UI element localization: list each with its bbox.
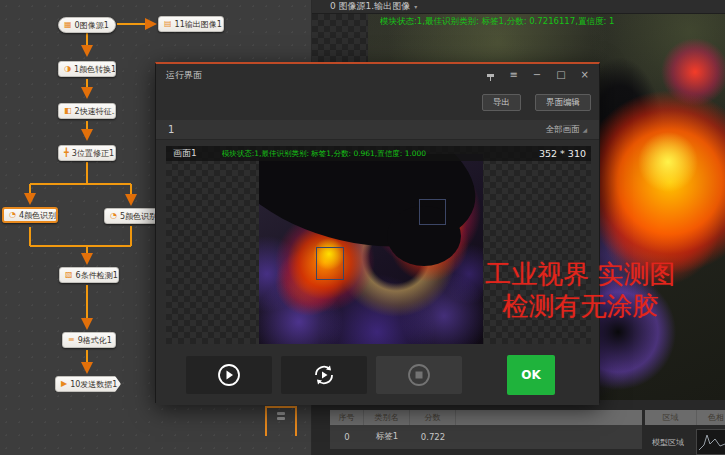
node-label: 4颜色识别1: [19, 210, 58, 221]
partially-hidden-node[interactable]: [265, 406, 297, 436]
close-icon[interactable]: ×: [581, 70, 589, 80]
stop-button: [376, 356, 462, 394]
node-label: 6条件检测1: [76, 270, 118, 281]
region-panel-header: 区域 色相: [645, 410, 725, 425]
region-row[interactable]: 模型区域: [645, 428, 725, 455]
image-resolution: 352 * 310: [539, 148, 591, 159]
image-source-icon: ▦: [64, 21, 72, 29]
dialog-status-text: 模块状态:1,最佳识别类别: 标签1,分数: 0.961,置信度: 1.000: [222, 149, 426, 159]
node-fast-feature[interactable]: ◧ 2快速特征...: [58, 103, 116, 119]
maximize-icon[interactable]: □: [556, 70, 565, 80]
all-views-button[interactable]: 全部画面 ◢: [545, 124, 587, 136]
run-continuous-button[interactable]: [281, 356, 367, 394]
node-condition-detect[interactable]: ▧ 6条件检测1: [59, 267, 119, 283]
node-label: 10发送数据1: [70, 379, 117, 390]
node-label: 9格式化1: [78, 335, 112, 346]
color-recognize-icon: ◔: [9, 211, 16, 219]
node-position-fix[interactable]: ╋ 3位置修正1: [58, 145, 116, 161]
node-label: 2快速特征...: [75, 106, 116, 117]
all-views-label: 全部画面: [545, 124, 579, 136]
menu-icon[interactable]: ≡: [509, 70, 517, 80]
condition-detect-icon: ▧: [65, 271, 73, 279]
pin-icon[interactable]: [487, 74, 494, 77]
histogram-thumbnail: [696, 429, 725, 455]
color-recognize-icon: ◔: [110, 212, 117, 220]
histogram-curve: [697, 430, 725, 454]
watermark-text: 工业视界 实测图 检测有无涂胶: [448, 258, 713, 322]
header-class-name: 类别名: [364, 410, 410, 425]
dialog-titlebar[interactable]: 运行界面 ≡ − □ ×: [156, 64, 599, 86]
node-color-recognize-2[interactable]: ◔ 5颜色识别2: [104, 208, 160, 224]
node-label: 5颜色识别2: [120, 211, 160, 222]
color-convert-icon: ◑: [64, 65, 71, 73]
app-window: ▦ 0图像源1 ▤ 11输出图像1 ◑ 1颜色转换1 ◧ 2快速特征... ╋ …: [0, 0, 725, 455]
node-color-recognize-1[interactable]: ◔ 4颜色识别1: [2, 207, 58, 223]
cell-score: 0.722: [410, 425, 456, 449]
node-image-source[interactable]: ▦ 0图像源1: [58, 17, 116, 33]
node-label: 0图像源1: [75, 20, 109, 31]
node-label: 1颜色转换1: [74, 64, 116, 75]
image-source-selector-label: 0 图像源1.输出图像: [330, 0, 410, 13]
header-score: 分数: [410, 410, 456, 425]
play-icon: [216, 362, 242, 388]
node-send-data[interactable]: ▶ 10发送数据1: [55, 376, 121, 392]
node-format[interactable]: ≡ 9格式化1: [62, 332, 116, 348]
header-hue: 色相: [697, 410, 725, 425]
table-row[interactable]: 0 标签1 0.722: [330, 425, 642, 449]
expand-corner-icon: ◢: [582, 126, 587, 133]
image-source-selector[interactable]: 0 图像源1.输出图像 ▾: [312, 0, 725, 14]
stop-icon: [406, 362, 432, 388]
view-index[interactable]: 1: [168, 124, 174, 135]
view-name: 画面1: [166, 147, 204, 160]
header-spacer: [456, 410, 642, 425]
ok-button[interactable]: OK: [507, 355, 555, 395]
cell-index: 0: [330, 425, 364, 449]
export-button[interactable]: 导出: [482, 94, 521, 111]
region-panel: 区域 色相 模型区域: [645, 410, 725, 455]
node-output-image[interactable]: ▤ 11输出图像1: [158, 16, 224, 32]
view-subheader: 1 全部画面 ◢: [156, 120, 599, 140]
fast-feature-icon: ◧: [64, 107, 72, 115]
watermark-line2: 检测有无涂胶: [448, 290, 713, 322]
module-status-text: 模块状态:1,最佳识别类别: 标签1,分数: 0.7216117,置信度: 1: [380, 16, 614, 28]
detection-roi-2: [316, 247, 344, 280]
run-interface-dialog: 运行界面 ≡ − □ × 导出 界面编辑 1 全部画面 ◢ 画面1 模块状态:1…: [155, 62, 600, 403]
result-table[interactable]: 序号 类别名 分数 0 标签1 0.722: [330, 410, 642, 449]
interface-edit-button[interactable]: 界面编辑: [535, 94, 591, 111]
chevron-down-icon: ▾: [414, 3, 417, 10]
node-color-convert[interactable]: ◑ 1颜色转换1: [58, 61, 116, 77]
detection-roi-1: [419, 199, 446, 225]
region-row-label: 模型区域: [645, 437, 691, 448]
result-table-header: 序号 类别名 分数: [330, 410, 642, 425]
format-icon: ≡: [68, 336, 75, 344]
loop-play-icon: [310, 361, 338, 389]
send-data-icon: ▶: [61, 380, 67, 388]
watermark-line1: 工业视界 实测图: [448, 258, 713, 290]
cell-class-name: 标签1: [364, 425, 410, 449]
minimize-icon[interactable]: −: [533, 70, 541, 80]
run-once-button[interactable]: [186, 356, 272, 394]
dialog-title: 运行界面: [166, 69, 202, 82]
header-index: 序号: [330, 410, 364, 425]
dialog-controls: OK: [156, 344, 599, 405]
node-label: 3位置修正1: [72, 148, 114, 159]
cell-spacer: [456, 425, 642, 449]
output-image-icon: ▤: [164, 20, 172, 28]
position-fix-icon: ╋: [64, 149, 69, 157]
node-label: 11输出图像1: [175, 19, 222, 30]
view-info-bar: 画面1 模块状态:1,最佳识别类别: 标签1,分数: 0.961,置信度: 1.…: [166, 146, 591, 161]
header-region: 区域: [645, 410, 697, 425]
results-strip: 序号 类别名 分数 0 标签1 0.722 区域 色相 模型: [312, 400, 725, 455]
